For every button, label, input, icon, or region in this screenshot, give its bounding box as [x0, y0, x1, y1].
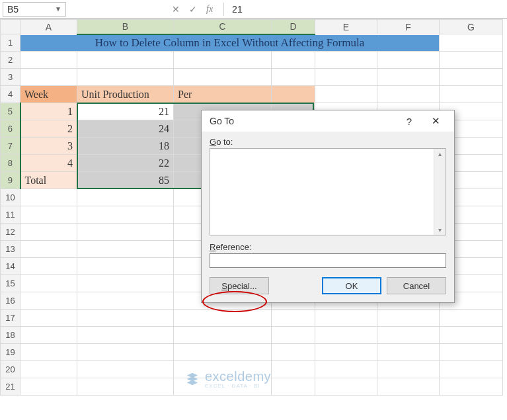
row-header-17[interactable]: 17 [1, 310, 20, 327]
name-box[interactable]: B5 ▼ [3, 2, 66, 17]
row-header-1[interactable]: 1 [1, 34, 20, 52]
cell[interactable] [440, 34, 503, 52]
insert-function-icon[interactable]: fx [206, 4, 213, 15]
special-button[interactable]: Special... [210, 277, 269, 294]
week-3[interactable]: 3 [20, 138, 77, 155]
col-header-E[interactable]: E [315, 20, 377, 34]
ok-button[interactable]: OK [322, 277, 381, 294]
row-header-20[interactable]: 20 [1, 361, 20, 378]
row-header-13[interactable]: 13 [1, 241, 20, 258]
dialog-title: Go To [210, 116, 396, 126]
row-header-9[interactable]: 9 [1, 172, 20, 189]
row-header-10[interactable]: 10 [1, 189, 20, 206]
col-header-F[interactable]: F [377, 20, 440, 34]
column-headers: A B C D E F G [1, 20, 503, 34]
row-header-14[interactable]: 14 [1, 258, 20, 275]
row-header-18[interactable]: 18 [1, 327, 20, 344]
help-icon[interactable]: ? [396, 116, 422, 127]
separator [223, 3, 224, 16]
dialog-titlebar[interactable]: Go To ? ✕ [202, 110, 454, 132]
row-header-2[interactable]: 2 [1, 52, 20, 69]
row-header-6[interactable]: 6 [1, 120, 20, 138]
week-1[interactable]: 1 [20, 103, 77, 120]
row-header-11[interactable]: 11 [1, 206, 20, 224]
unit-3[interactable]: 18 [77, 138, 174, 155]
row-header-16[interactable]: 16 [1, 292, 20, 310]
cancel-formula-icon[interactable]: ✕ [172, 4, 180, 15]
row-header-12[interactable]: 12 [1, 224, 20, 241]
row-header-4[interactable]: 4 [1, 86, 20, 103]
col-header-A[interactable]: A [20, 20, 77, 34]
reference-input[interactable] [210, 253, 446, 268]
row-header-15[interactable]: 15 [1, 275, 20, 292]
dialog-body: Go to: ▴ ▾ Reference: Special... OK Canc… [202, 132, 454, 302]
col-header-B[interactable]: B [77, 20, 174, 34]
unit-2[interactable]: 24 [77, 120, 174, 138]
header-unit[interactable]: Unit Production [77, 86, 174, 103]
formula-input-value: 21 [232, 4, 243, 15]
row-header-21[interactable]: 21 [1, 378, 20, 396]
formula-input[interactable]: 21 [228, 2, 504, 17]
unit-1[interactable]: 21 [77, 103, 174, 120]
close-icon[interactable]: ✕ [422, 115, 449, 127]
unit-4[interactable]: 22 [77, 155, 174, 172]
formula-bar: B5 ▼ ✕ ✓ fx 21 [0, 0, 507, 19]
row-header-8[interactable]: 8 [1, 155, 20, 172]
week-4[interactable]: 4 [20, 155, 77, 172]
reference-label: Reference: [210, 242, 446, 252]
title-cell[interactable]: How to Delete Column in Excel Without Af… [20, 34, 440, 52]
row-header-3[interactable]: 3 [1, 69, 20, 86]
scroll-down-icon[interactable]: ▾ [438, 226, 442, 233]
goto-listbox[interactable]: ▴ ▾ [210, 148, 446, 235]
row-header-5[interactable]: 5 [1, 103, 20, 120]
total-value[interactable]: 85 [77, 172, 174, 189]
header-week[interactable]: Week [20, 86, 77, 103]
formula-bar-buttons: ✕ ✓ fx [165, 4, 219, 15]
goto-dialog: Go To ? ✕ Go to: ▴ ▾ Reference: Special.… [201, 110, 455, 303]
logo-icon [185, 372, 200, 386]
dialog-buttons: Special... OK Cancel [210, 277, 446, 294]
col-header-G[interactable]: G [440, 20, 503, 34]
select-all-corner[interactable] [1, 20, 20, 34]
header-per[interactable]: Per [174, 86, 272, 103]
week-2[interactable]: 2 [20, 120, 77, 138]
watermark: exceldemy EXCEL · DATA · BI [185, 369, 271, 389]
name-box-value: B5 [7, 4, 19, 15]
row-header-19[interactable]: 19 [1, 344, 20, 361]
watermark-brand: exceldemy [205, 369, 271, 384]
scroll-up-icon[interactable]: ▴ [438, 150, 442, 157]
cancel-button[interactable]: Cancel [387, 277, 446, 294]
accept-formula-icon[interactable]: ✓ [189, 4, 197, 15]
col-header-C[interactable]: C [174, 20, 272, 34]
row-header-7[interactable]: 7 [1, 138, 20, 155]
goto-label: Go to: [210, 137, 446, 147]
chevron-down-icon[interactable]: ▼ [55, 5, 61, 13]
col-header-D[interactable]: D [272, 20, 315, 34]
total-label[interactable]: Total [20, 172, 77, 189]
scrollbar[interactable]: ▴ ▾ [434, 149, 446, 235]
